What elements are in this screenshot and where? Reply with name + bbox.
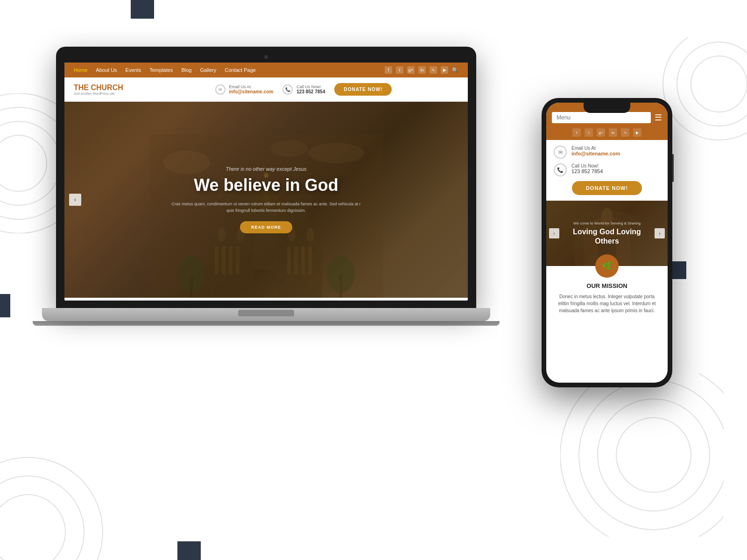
hero-title: We believe in God (194, 175, 338, 195)
phone-body: ☰ f t g+ in ∿ ▶ ✉ Email Us At info@siten… (542, 98, 672, 387)
phone-hero-title: Loving God LovingOthers (573, 227, 641, 245)
laptop-header-contact: ✉ Email Us At info@sitename.com 📞 Call U… (148, 83, 458, 96)
phone-social-rss[interactable]: ∿ (621, 128, 629, 137)
laptop-camera (264, 55, 268, 59)
laptop-device: Home About Us Events Templates Blog Gall… (56, 47, 476, 345)
social-rss-icon[interactable]: ∿ (430, 66, 437, 74)
phone-value: 123 852 7854 (296, 89, 325, 94)
laptop-nav-links: Home About Us Events Templates Blog Gall… (74, 67, 385, 73)
social-google-icon[interactable]: g+ (407, 66, 415, 74)
phone-social-twitter[interactable]: t (585, 128, 593, 137)
logo-church: CHURCH (91, 84, 123, 91)
hero-subtitle: There is no other way except Jesus (226, 166, 306, 172)
nav-link-events[interactable]: Events (126, 67, 141, 73)
laptop-nav-bar: Home About Us Events Templates Blog Gall… (64, 63, 468, 77)
laptop-base (42, 308, 490, 321)
phone-email-label: Email Us At (571, 146, 620, 151)
phone-contact-section: ✉ Email Us At info@sitename.com 📞 Call U… (546, 140, 668, 201)
phone-notch (584, 103, 630, 113)
svg-point-10 (560, 373, 724, 537)
phone-social-linkedin[interactable]: in (609, 128, 617, 137)
nav-link-gallery[interactable]: Gallery (200, 67, 216, 73)
nav-search-icon[interactable]: 🔍 (452, 67, 458, 73)
phone-social-facebook[interactable]: f (572, 128, 581, 137)
nav-link-home[interactable]: Home (74, 67, 87, 73)
phone-mission-icon: 🌿 (595, 254, 619, 278)
phone-phone-item: 📞 Call Us Now! 123 852 7854 (554, 163, 660, 176)
svg-point-4 (691, 56, 747, 112)
phone-mission-title: OUR MISSION (554, 282, 660, 289)
phone-mission-description: Donec in metus lectus. Integer vulputate… (554, 293, 660, 314)
nav-link-contact[interactable]: Contact Page (225, 67, 256, 73)
social-youtube-icon[interactable]: ▶ (441, 66, 448, 74)
nav-link-about[interactable]: About Us (96, 67, 117, 73)
hero-prev-arrow[interactable]: ‹ (69, 194, 81, 206)
phone-hero-subtitle: We come to World for Serving & Sharing (573, 221, 641, 225)
laptop-foot (33, 321, 500, 326)
email-value: info@sitename.com (229, 89, 274, 94)
phone-hero-prev-arrow[interactable]: ‹ (549, 228, 559, 238)
phone-email-icon: ✉ (554, 146, 567, 159)
dark-square-left (0, 294, 10, 317)
hero-read-more-button[interactable]: READ MORE (240, 221, 292, 233)
social-linkedin-icon[interactable]: in (418, 66, 426, 74)
svg-point-8 (598, 399, 710, 511)
phone-contact-item: 📞 Call Us Now! 123 852 7854 (282, 84, 325, 95)
email-info: Email Us At info@sitename.com (229, 84, 274, 94)
phone-phone-icon: 📞 (554, 163, 567, 176)
laptop-site-header: THE CHURCH Just another WordPress site ✉… (64, 77, 468, 102)
phone-hero-next-arrow[interactable]: › (655, 228, 665, 238)
laptop-body: Home About Us Events Templates Blog Gall… (56, 47, 476, 308)
laptop-logo: THE CHURCH Just another WordPress site (74, 84, 148, 95)
phone-donate-button[interactable]: DONATE NOW! (572, 181, 642, 195)
svg-point-0 (0, 135, 47, 191)
svg-point-1 (0, 121, 61, 205)
email-label: Email Us At (229, 84, 274, 89)
logo-tagline: Just another WordPress site (74, 92, 148, 95)
phone-phone-info: Call Us Now! 123 852 7854 (571, 163, 603, 174)
svg-point-12 (0, 476, 84, 560)
phone-device: ☰ f t g+ in ∿ ▶ ✉ Email Us At info@siten… (542, 98, 672, 397)
hero-content: There is no other way except Jesus We be… (64, 102, 468, 298)
svg-point-6 (663, 37, 747, 140)
svg-point-13 (0, 457, 103, 560)
nav-link-blog[interactable]: Blog (181, 67, 191, 73)
logo-the: THE (74, 84, 91, 91)
circles-bottom-left (0, 439, 121, 560)
svg-point-9 (579, 380, 724, 530)
logo-text: THE CHURCH (74, 84, 148, 92)
circles-right-bottom (560, 373, 724, 537)
phone-email-value: info@sitename.com (571, 151, 620, 156)
laptop-donate-button[interactable]: DONATE NOW! (334, 83, 392, 96)
social-twitter-icon[interactable]: t (396, 66, 403, 74)
svg-point-7 (616, 418, 691, 492)
nav-link-templates[interactable]: Templates (149, 67, 173, 73)
phone-phone-label: Call Us Now! (571, 163, 603, 168)
phone-email-info: Email Us At info@sitename.com (571, 146, 620, 156)
phone-social-bar: f t g+ in ∿ ▶ (546, 125, 668, 140)
phone-info: Call Us Now! 123 852 7854 (296, 84, 325, 94)
dark-square-bottom (177, 541, 201, 560)
phone-social-google[interactable]: g+ (597, 128, 605, 137)
dark-square-top (131, 0, 154, 19)
email-icon: ✉ (215, 84, 226, 95)
social-facebook-icon[interactable]: f (385, 66, 392, 74)
phone-social-youtube[interactable]: ▶ (633, 128, 641, 137)
phone-label: Call Us Now! (296, 84, 325, 89)
phone-icon: 📞 (282, 84, 293, 95)
svg-point-11 (0, 495, 65, 560)
mission-leaf-icon: 🌿 (602, 261, 612, 271)
phone-screen: ☰ f t g+ in ∿ ▶ ✉ Email Us At info@siten… (546, 103, 668, 383)
svg-point-5 (677, 42, 747, 126)
phone-power-button (672, 154, 674, 182)
laptop-screen: Home About Us Events Templates Blog Gall… (64, 63, 468, 301)
phone-phone-value: 123 852 7854 (571, 168, 603, 174)
laptop-hero-section: There is no other way except Jesus We be… (64, 102, 468, 298)
laptop-social-icons: f t g+ in ∿ ▶ (385, 66, 448, 74)
phone-email-item: ✉ Email Us At info@sitename.com (554, 146, 660, 159)
hero-description: Cras metus quam, condimentum ut venen ru… (168, 201, 364, 214)
phone-hamburger-icon[interactable]: ☰ (655, 112, 662, 123)
email-contact-item: ✉ Email Us At info@sitename.com (215, 84, 274, 95)
phone-menu-input[interactable] (552, 112, 651, 123)
